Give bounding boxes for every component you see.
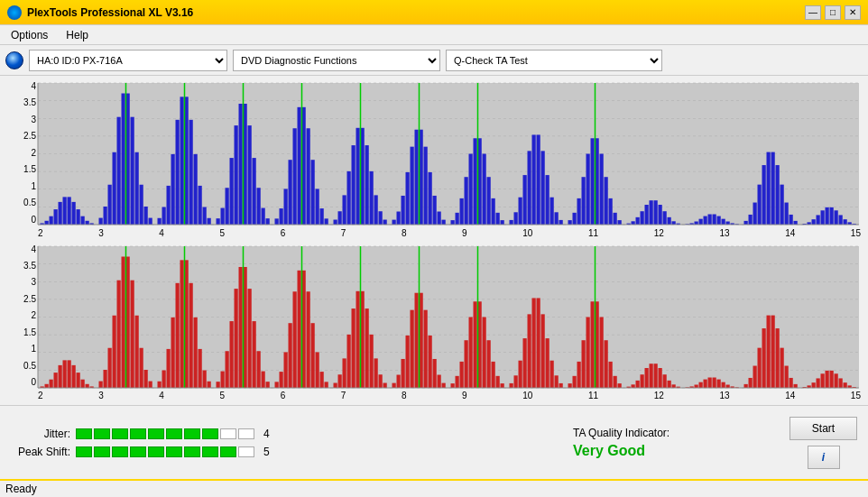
progress-segment bbox=[148, 446, 164, 457]
peak-shift-value: 5 bbox=[263, 446, 270, 458]
test-select[interactable]: Q-Check TA Test bbox=[446, 50, 662, 71]
main-content: 43.532.521.510.50 23456789101112131415 4… bbox=[0, 76, 868, 405]
progress-segment bbox=[130, 428, 146, 439]
jitter-label: Jitter: bbox=[7, 428, 70, 440]
ta-quality-label: TA Quality Indicator: bbox=[573, 427, 669, 439]
status-text: Ready bbox=[5, 483, 37, 495]
jitter-value: 4 bbox=[263, 428, 270, 440]
bottom-chart bbox=[4, 243, 864, 402]
progress-segment bbox=[94, 446, 110, 457]
menu-help[interactable]: Help bbox=[59, 27, 96, 43]
progress-segment bbox=[76, 446, 92, 457]
progress-segment bbox=[202, 446, 218, 457]
close-button[interactable]: ✕ bbox=[845, 5, 861, 20]
app-icon bbox=[7, 5, 22, 20]
title-bar: PlexTools Professional XL V3.16 — □ ✕ bbox=[0, 0, 868, 25]
progress-segment bbox=[76, 428, 92, 439]
progress-segment bbox=[238, 428, 254, 439]
function-select[interactable]: DVD Diagnostic Functions bbox=[233, 50, 440, 71]
status-bar: Ready bbox=[0, 479, 868, 497]
peak-shift-row: Peak Shift: 5 bbox=[7, 446, 555, 458]
progress-segment bbox=[130, 446, 146, 457]
progress-segment bbox=[112, 428, 128, 439]
progress-segment bbox=[220, 446, 236, 457]
jitter-row: Jitter: 4 bbox=[7, 428, 555, 440]
toolbar: HA:0 ID:0 PX-716A DVD Diagnostic Functio… bbox=[0, 45, 868, 76]
progress-segment bbox=[184, 428, 200, 439]
start-button[interactable]: Start bbox=[790, 417, 857, 440]
ta-quality-area: TA Quality Indicator: Very Good bbox=[555, 427, 790, 459]
progress-segment bbox=[148, 428, 164, 439]
peak-shift-label: Peak Shift: bbox=[7, 446, 70, 458]
progress-segment bbox=[166, 446, 182, 457]
progress-segment bbox=[112, 446, 128, 457]
jitter-progress bbox=[76, 428, 254, 439]
progress-segment bbox=[184, 446, 200, 457]
bottom-panel: Jitter: 4 Peak Shift: 5 TA Quality Indic… bbox=[0, 405, 868, 479]
drive-select[interactable]: HA:0 ID:0 PX-716A bbox=[29, 50, 227, 71]
minimize-button[interactable]: — bbox=[805, 5, 821, 20]
top-chart-wrapper: 43.532.521.510.50 23456789101112131415 bbox=[4, 79, 864, 239]
progress-segment bbox=[94, 428, 110, 439]
info-button[interactable]: i bbox=[808, 446, 840, 469]
window-title: PlexTools Professional XL V3.16 bbox=[27, 6, 193, 19]
plextools-icon bbox=[5, 51, 23, 69]
maximize-button[interactable]: □ bbox=[825, 5, 841, 20]
progress-segment bbox=[166, 428, 182, 439]
menu-bar: Options Help bbox=[0, 25, 868, 45]
progress-segment bbox=[238, 446, 254, 457]
start-area: Start i bbox=[790, 417, 861, 469]
ta-quality-value: Very Good bbox=[573, 443, 645, 459]
bottom-chart-wrapper: 43.532.521.510.50 23456789101112131415 bbox=[4, 243, 864, 402]
progress-segment bbox=[202, 428, 218, 439]
window-controls: — □ ✕ bbox=[805, 5, 861, 20]
top-chart bbox=[4, 79, 864, 239]
menu-options[interactable]: Options bbox=[4, 27, 55, 43]
title-left: PlexTools Professional XL V3.16 bbox=[7, 5, 193, 20]
metrics-area: Jitter: 4 Peak Shift: 5 bbox=[7, 428, 555, 458]
peak-shift-progress bbox=[76, 446, 254, 457]
progress-segment bbox=[220, 428, 236, 439]
